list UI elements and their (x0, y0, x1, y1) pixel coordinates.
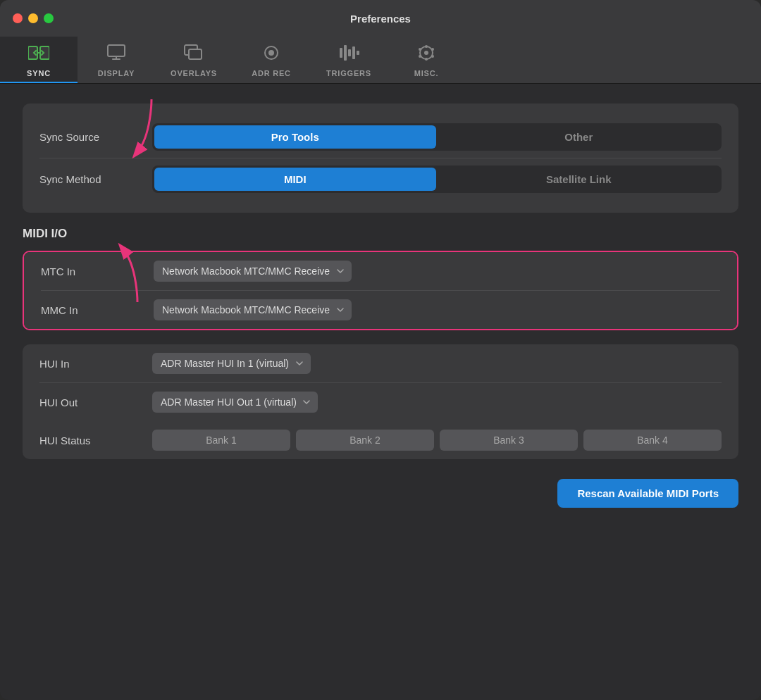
bottom-area: Rescan Available MIDI Ports (23, 473, 738, 508)
tab-display[interactable]: DISPLAY (78, 37, 155, 83)
svg-point-18 (419, 55, 421, 58)
bank4-button[interactable]: Bank 4 (583, 430, 722, 451)
tab-sync-label: SYNC (27, 69, 51, 77)
window-title: Preferences (350, 13, 411, 25)
preferences-window: Preferences SYNC DISPL (0, 0, 761, 700)
bank2-button[interactable]: Bank 2 (296, 430, 434, 451)
svg-point-15 (425, 58, 428, 61)
maximize-button[interactable] (44, 13, 54, 23)
svg-point-6 (268, 50, 274, 56)
midi-io-inner: MTC In Network Macbook MTC/MMC Receive M… (24, 252, 737, 329)
sync-method-row: Sync Method MIDI Satellite Link (39, 158, 722, 200)
sync-method-control: MIDI Satellite Link (152, 165, 722, 193)
bank3-button[interactable]: Bank 3 (440, 430, 578, 451)
rescan-button[interactable]: Rescan Available MIDI Ports (557, 479, 738, 508)
sync-source-other-btn[interactable]: Other (438, 125, 720, 149)
sync-method-midi-btn[interactable]: MIDI (154, 168, 436, 191)
hui-in-row: HUI In ADR Master HUI In 1 (virtual) (39, 344, 722, 382)
sync-method-satellite-btn[interactable]: Satellite Link (438, 168, 720, 191)
sync-source-row: Sync Source Pro Tools Other (39, 116, 722, 158)
tab-misc[interactable]: MISC. (388, 37, 465, 83)
hui-status-label: HUI Status (39, 435, 152, 446)
svg-point-17 (431, 48, 434, 51)
svg-point-13 (424, 51, 428, 55)
hui-in-select[interactable]: ADR Master HUI In 1 (virtual) (152, 353, 311, 374)
tab-adr-rec-label: ADR REC (252, 69, 291, 77)
sync-settings-section: Sync Source Pro Tools Other Sync Method … (23, 104, 738, 213)
sync-icon (28, 44, 49, 65)
hui-in-wrapper: ADR Master HUI In 1 (virtual) (152, 353, 722, 374)
tab-adr-rec[interactable]: ADR REC (233, 37, 310, 83)
misc-icon (416, 44, 437, 65)
svg-rect-0 (28, 46, 37, 59)
svg-rect-9 (348, 49, 351, 56)
mtc-in-select[interactable]: Network Macbook MTC/MMC Receive (154, 261, 352, 282)
svg-rect-10 (352, 46, 355, 59)
mmc-in-row: MMC In Network Macbook MTC/MMC Receive (41, 290, 720, 329)
bank1-button[interactable]: Bank 1 (152, 430, 290, 451)
display-icon (106, 44, 127, 65)
svg-point-14 (425, 45, 428, 48)
tab-triggers-label: TRIGGERS (326, 69, 371, 77)
svg-rect-11 (357, 51, 359, 55)
mtc-in-label: MTC In (41, 265, 154, 277)
sync-source-pro-tools-btn[interactable]: Pro Tools (154, 125, 436, 149)
hui-status-row: HUI Status Bank 1 Bank 2 Bank 3 Bank 4 (39, 421, 722, 459)
tab-overlays-label: OVERLAYS (171, 69, 217, 77)
title-bar: Preferences (0, 0, 761, 37)
tab-sync[interactable]: SYNC (0, 37, 78, 83)
tab-display-label: DISPLAY (98, 69, 135, 77)
overlays-icon (183, 44, 204, 65)
svg-rect-8 (344, 45, 347, 61)
midi-io-title: MIDI I/O (23, 227, 738, 241)
tab-triggers[interactable]: TRIGGERS (310, 37, 388, 83)
hui-in-label: HUI In (39, 358, 152, 370)
mtc-in-row: MTC In Network Macbook MTC/MMC Receive (41, 252, 720, 290)
mmc-in-wrapper: Network Macbook MTC/MMC Receive (154, 299, 720, 320)
hui-out-label: HUI Out (39, 396, 152, 408)
adr-rec-icon (261, 44, 282, 65)
mmc-in-label: MMC In (41, 304, 154, 316)
mmc-in-select[interactable]: Network Macbook MTC/MMC Receive (154, 299, 352, 320)
svg-rect-4 (189, 49, 202, 59)
other-midi-rows-box: HUI In ADR Master HUI In 1 (virtual) HUI… (23, 344, 738, 459)
midi-io-highlighted-box: MTC In Network Macbook MTC/MMC Receive M… (23, 251, 738, 330)
hui-out-row: HUI Out ADR Master HUI Out 1 (virtual) (39, 382, 722, 421)
traffic-lights (13, 13, 54, 23)
hui-out-select[interactable]: ADR Master HUI Out 1 (virtual) (152, 392, 318, 413)
hui-banks: Bank 1 Bank 2 Bank 3 Bank 4 (152, 430, 722, 451)
svg-point-19 (431, 55, 434, 58)
sync-method-label: Sync Method (39, 173, 152, 185)
tabs-bar: SYNC DISPLAY OVERLAYS (0, 37, 761, 84)
mtc-in-wrapper: Network Macbook MTC/MMC Receive (154, 261, 720, 282)
sync-source-control: Pro Tools Other (152, 123, 722, 151)
svg-rect-1 (40, 46, 49, 59)
hui-out-wrapper: ADR Master HUI Out 1 (virtual) (152, 392, 722, 413)
close-button[interactable] (13, 13, 23, 23)
tab-misc-label: MISC. (414, 69, 439, 77)
minimize-button[interactable] (28, 13, 38, 23)
sync-source-label: Sync Source (39, 131, 152, 143)
svg-point-16 (419, 48, 421, 51)
main-content: Sync Source Pro Tools Other Sync Method … (0, 84, 761, 700)
svg-rect-2 (108, 45, 125, 56)
tab-overlays[interactable]: OVERLAYS (155, 37, 233, 83)
triggers-icon (338, 44, 359, 65)
svg-rect-7 (340, 48, 342, 58)
